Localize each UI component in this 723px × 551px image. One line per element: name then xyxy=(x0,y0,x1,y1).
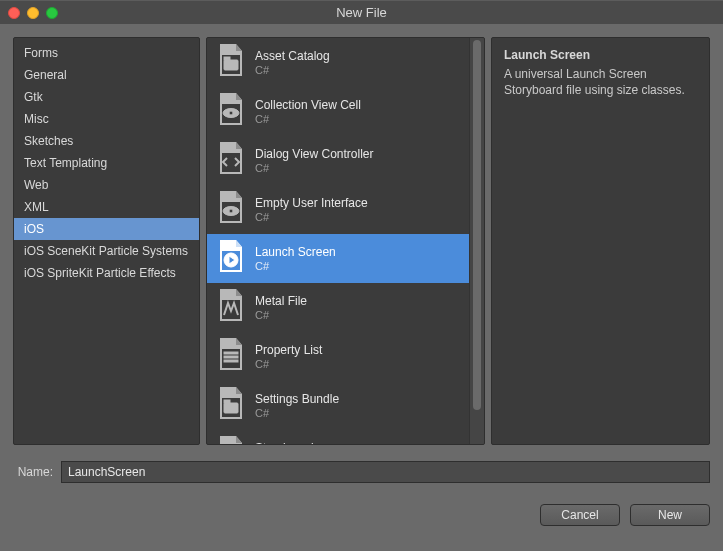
minimize-window-button[interactable] xyxy=(27,7,39,19)
template-item-property-list[interactable]: Property ListC# xyxy=(207,332,484,381)
eye-file-icon xyxy=(217,93,245,130)
traffic-lights xyxy=(8,7,58,19)
scrollbar-thumb[interactable] xyxy=(473,40,481,410)
template-item-sublabel: C# xyxy=(255,162,374,174)
template-list: Asset CatalogC#Collection View CellC#Dia… xyxy=(207,38,484,444)
eye-file-icon xyxy=(217,436,245,444)
cancel-button[interactable]: Cancel xyxy=(540,504,620,526)
eye-file-icon xyxy=(217,191,245,228)
svg-point-5 xyxy=(229,111,233,115)
category-item-ios-spritekit-particle-effects[interactable]: iOS SpriteKit Particle Effects xyxy=(14,262,199,284)
code-file-icon xyxy=(217,142,245,179)
template-item-launch-screen[interactable]: Launch ScreenC# xyxy=(207,234,484,283)
name-input[interactable] xyxy=(61,461,710,483)
category-item-misc[interactable]: Misc xyxy=(14,108,199,130)
category-item-text-templating[interactable]: Text Templating xyxy=(14,152,199,174)
template-item-asset-catalog[interactable]: Asset CatalogC# xyxy=(207,38,484,87)
new-button[interactable]: New xyxy=(630,504,710,526)
name-label: Name: xyxy=(13,465,53,479)
detail-description: A universal Launch Screen Storyboard fil… xyxy=(504,66,697,98)
category-item-ios-scenekit-particle-systems[interactable]: iOS SceneKit Particle Systems xyxy=(14,240,199,262)
svg-rect-1 xyxy=(224,60,238,70)
template-item-label: Launch Screen xyxy=(255,245,336,259)
template-item-empty-user-interface[interactable]: Empty User InterfaceC# xyxy=(207,185,484,234)
svg-rect-2 xyxy=(224,57,230,60)
maximize-window-button[interactable] xyxy=(46,7,58,19)
folder-file-icon xyxy=(217,44,245,81)
template-item-storyboard[interactable]: StoryboardC# xyxy=(207,430,484,444)
template-item-dialog-view-controller[interactable]: Dialog View ControllerC# xyxy=(207,136,484,185)
template-item-metal-file[interactable]: Metal FileC# xyxy=(207,283,484,332)
template-item-label: Collection View Cell xyxy=(255,98,361,112)
template-item-sublabel: C# xyxy=(255,211,368,223)
category-sidebar: FormsGeneralGtkMiscSketchesText Templati… xyxy=(13,37,200,445)
plist-file-icon xyxy=(217,338,245,375)
category-list: FormsGeneralGtkMiscSketchesText Templati… xyxy=(14,38,199,288)
category-item-sketches[interactable]: Sketches xyxy=(14,130,199,152)
play-file-icon xyxy=(217,240,245,277)
category-item-forms[interactable]: Forms xyxy=(14,42,199,64)
svg-rect-14 xyxy=(224,352,238,354)
metal-file-icon xyxy=(217,289,245,326)
detail-title: Launch Screen xyxy=(504,48,697,62)
template-item-label: Metal File xyxy=(255,294,307,308)
template-item-settings-bundle[interactable]: Settings BundleC# xyxy=(207,381,484,430)
template-item-sublabel: C# xyxy=(255,113,361,125)
category-item-general[interactable]: General xyxy=(14,64,199,86)
svg-rect-18 xyxy=(224,403,238,413)
window-title: New File xyxy=(336,5,387,20)
main-area: FormsGeneralGtkMiscSketchesText Templati… xyxy=(0,24,723,458)
template-item-sublabel: C# xyxy=(255,407,339,419)
svg-rect-19 xyxy=(224,400,230,403)
template-item-label: Dialog View Controller xyxy=(255,147,374,161)
category-item-xml[interactable]: XML xyxy=(14,196,199,218)
template-item-sublabel: C# xyxy=(255,260,336,272)
template-item-collection-view-cell[interactable]: Collection View CellC# xyxy=(207,87,484,136)
close-window-button[interactable] xyxy=(8,7,20,19)
category-item-ios[interactable]: iOS xyxy=(14,218,199,240)
template-item-label: Settings Bundle xyxy=(255,392,339,406)
titlebar: New File xyxy=(0,0,723,24)
footer: Cancel New xyxy=(0,486,723,544)
template-panel: Asset CatalogC#Collection View CellC#Dia… xyxy=(206,37,485,445)
svg-rect-15 xyxy=(224,356,238,358)
folder-file-icon xyxy=(217,387,245,424)
template-item-sublabel: C# xyxy=(255,309,307,321)
scrollbar-track[interactable] xyxy=(469,38,484,444)
template-item-label: Asset Catalog xyxy=(255,49,330,63)
template-item-sublabel: C# xyxy=(255,64,330,76)
name-row: Name: xyxy=(0,458,723,486)
detail-panel: Launch Screen A universal Launch Screen … xyxy=(491,37,710,445)
svg-rect-16 xyxy=(224,360,238,362)
svg-point-9 xyxy=(229,209,233,213)
template-item-label: Empty User Interface xyxy=(255,196,368,210)
template-item-label: Storyboard xyxy=(255,441,314,444)
template-item-label: Property List xyxy=(255,343,322,357)
template-item-sublabel: C# xyxy=(255,358,322,370)
category-item-gtk[interactable]: Gtk xyxy=(14,86,199,108)
category-item-web[interactable]: Web xyxy=(14,174,199,196)
